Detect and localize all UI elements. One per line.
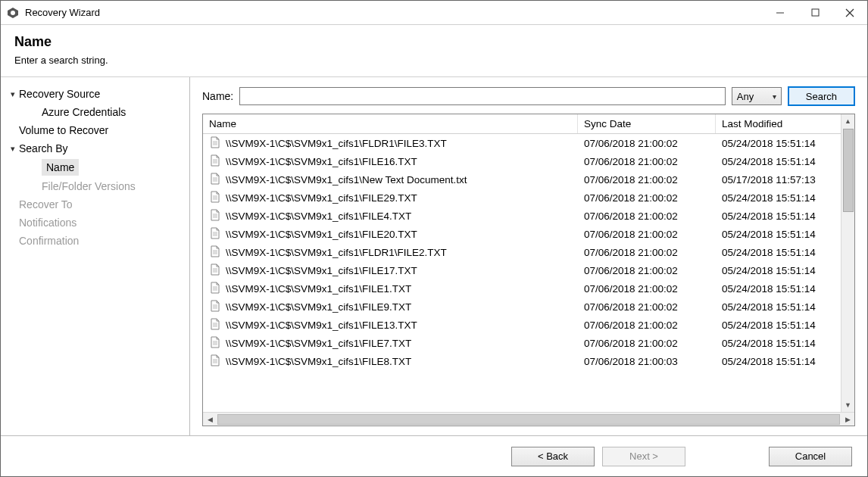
cell-name: \\SVM9X-1\C$\SVM9x1_cifs1\FILE17.TXT [203,262,578,279]
table-body: \\SVM9X-1\C$\SVM9x1_cifs1\FLDR1\FILE3.TX… [203,134,854,412]
recovery-wizard-window: Recovery Wizard Name Enter a search stri… [0,0,868,477]
next-button[interactable]: Next > [602,447,685,466]
cell-sync-date: 07/06/2018 21:00:02 [578,318,716,332]
scroll-up-icon[interactable]: ▲ [841,114,854,128]
table-row[interactable]: \\SVM9X-1\C$\SVM9x1_cifs1\FILE9.TXT07/06… [203,298,854,316]
sidebar-item-volume-to-recover[interactable]: Volume to Recover [4,121,183,139]
table-row[interactable]: \\SVM9X-1\C$\SVM9x1_cifs1\FLDR1\FILE2.TX… [203,243,854,261]
table-row[interactable]: \\SVM9X-1\C$\SVM9x1_cifs1\FILE20.TXT07/0… [203,225,854,243]
sidebar-item-recover-to: Recover To [4,195,183,214]
cell-last-modified: 05/24/2018 15:51:14 [716,245,854,260]
cell-name: \\SVM9X-1\C$\SVM9x1_cifs1\FLDR1\FILE3.TX… [203,135,578,152]
expand-caret-icon: ▾ [7,86,19,101]
minimize-button[interactable] [763,1,798,25]
sidebar-item-azure-credentials[interactable]: Azure Credentials [4,103,183,121]
horizontal-scrollbar[interactable]: ◀ ▶ [203,412,854,426]
sidebar-item-name[interactable]: Name [4,157,183,177]
sidebar-item-label: Notifications [19,215,76,230]
search-input[interactable] [239,87,726,105]
cell-last-modified: 05/24/2018 15:51:14 [716,209,854,223]
cell-sync-date: 07/06/2018 21:00:02 [578,336,716,351]
filter-dropdown[interactable]: Any ▾ [732,87,782,105]
maximize-button[interactable] [798,1,832,25]
titlebar: Recovery Wizard [1,1,867,25]
sidebar-item-label: Search By [19,141,68,156]
cell-name: \\SVM9X-1\C$\SVM9x1_cifs1\FILE7.TXT [203,335,578,352]
cell-name: \\SVM9X-1\C$\SVM9x1_cifs1\FLDR1\FILE2.TX… [203,244,578,261]
scroll-right-icon[interactable]: ▶ [841,413,854,426]
window-title: Recovery Wizard [25,7,100,18]
file-path: \\SVM9X-1\C$\SVM9x1_cifs1\FILE8.TXT [226,356,411,367]
file-icon [209,282,221,296]
page-title: Name [14,34,854,50]
table-row[interactable]: \\SVM9X-1\C$\SVM9x1_cifs1\FILE1.TXT07/06… [203,279,854,298]
results-table: Name Sync Date Last Modified \\SVM9X-1\C… [202,114,855,426]
scroll-left-icon[interactable]: ◀ [203,413,217,426]
file-path: \\SVM9X-1\C$\SVM9x1_cifs1\New Text Docum… [226,174,467,186]
back-button[interactable]: < Back [511,447,595,466]
cell-last-modified: 05/24/2018 15:51:14 [716,227,854,242]
table-row[interactable]: \\SVM9X-1\C$\SVM9x1_cifs1\FILE16.TXT07/0… [203,152,854,170]
table-row[interactable]: \\SVM9X-1\C$\SVM9x1_cifs1\FILE7.TXT07/06… [203,334,854,352]
sidebar-item-file-folder-versions: File/Folder Versions [4,177,183,195]
table-row[interactable]: \\SVM9X-1\C$\SVM9x1_cifs1\FILE17.TXT07/0… [203,261,854,279]
file-icon [209,354,221,369]
cell-name: \\SVM9X-1\C$\SVM9x1_cifs1\FILE29.TXT [203,189,578,207]
wizard-footer: < Back Next > Cancel [1,435,867,476]
file-path: \\SVM9X-1\C$\SVM9x1_cifs1\FILE20.TXT [226,229,417,240]
column-header-name[interactable]: Name [203,114,578,133]
sidebar-item-label: Volume to Recover [19,123,108,138]
file-path: \\SVM9X-1\C$\SVM9x1_cifs1\FILE13.TXT [226,320,417,331]
table-row[interactable]: \\SVM9X-1\C$\SVM9x1_cifs1\FILE29.TXT07/0… [203,189,854,207]
cancel-button[interactable]: Cancel [769,447,852,466]
cell-sync-date: 07/06/2018 21:00:02 [578,154,716,169]
cell-name: \\SVM9X-1\C$\SVM9x1_cifs1\FILE13.TXT [203,316,578,334]
search-row: Name: Any ▾ Search [202,86,855,106]
scroll-down-icon[interactable]: ▼ [841,398,854,412]
table-row[interactable]: \\SVM9X-1\C$\SVM9x1_cifs1\FILE8.TXT07/06… [203,352,854,370]
column-header-last-modified[interactable]: Last Modified [716,114,854,133]
svg-rect-3 [812,9,819,16]
file-icon [209,154,221,169]
file-icon [209,227,221,242]
app-icon [7,7,19,19]
cell-name: \\SVM9X-1\C$\SVM9x1_cifs1\New Text Docum… [203,171,578,189]
cell-sync-date: 07/06/2018 21:00:02 [578,173,716,187]
table-row[interactable]: \\SVM9X-1\C$\SVM9x1_cifs1\FILE4.TXT07/06… [203,207,854,225]
sidebar-item-label: Confirmation [19,233,79,248]
sidebar-item-label: Recovery Source [19,86,100,101]
table-row[interactable]: \\SVM9X-1\C$\SVM9x1_cifs1\FILE13.TXT07/0… [203,316,854,334]
cell-name: \\SVM9X-1\C$\SVM9x1_cifs1\FILE16.TXT [203,153,578,170]
page-subtitle: Enter a search string. [14,55,854,66]
sidebar-item-notifications: Notifications [4,214,183,232]
sidebar-item-label: File/Folder Versions [42,179,136,194]
cell-name: \\SVM9X-1\C$\SVM9x1_cifs1\FILE8.TXT [203,353,578,370]
file-icon [209,209,221,223]
file-icon [209,318,221,332]
close-button[interactable] [832,1,867,25]
file-path: \\SVM9X-1\C$\SVM9x1_cifs1\FLDR1\FILE3.TX… [226,138,447,149]
cell-last-modified: 05/17/2018 11:57:13 [716,173,854,187]
sidebar-item-search-by[interactable]: ▾Search By [4,139,183,157]
file-path: \\SVM9X-1\C$\SVM9x1_cifs1\FILE17.TXT [226,265,417,276]
cell-last-modified: 05/24/2018 15:51:14 [716,336,854,351]
file-path: \\SVM9X-1\C$\SVM9x1_cifs1\FILE4.TXT [226,210,411,222]
svg-point-1 [11,11,15,15]
file-icon [209,173,221,187]
file-icon [209,300,221,314]
cell-name: \\SVM9X-1\C$\SVM9x1_cifs1\FILE4.TXT [203,207,578,225]
wizard-header: Name Enter a search string. [1,25,867,77]
cell-last-modified: 05/24/2018 15:51:14 [716,300,854,314]
expand-caret-icon: ▾ [7,141,19,156]
sidebar-item-label: Azure Credentials [42,104,126,120]
cell-sync-date: 07/06/2018 21:00:02 [578,191,716,205]
column-header-sync-date[interactable]: Sync Date [578,114,716,133]
table-row[interactable]: \\SVM9X-1\C$\SVM9x1_cifs1\New Text Docum… [203,170,854,189]
sidebar-item-recovery-source[interactable]: ▾Recovery Source [4,85,183,103]
scrollbar-thumb[interactable] [843,129,854,212]
hscroll-track[interactable] [217,414,840,425]
table-row[interactable]: \\SVM9X-1\C$\SVM9x1_cifs1\FLDR1\FILE3.TX… [203,134,854,152]
vertical-scrollbar[interactable]: ▲ ▼ [841,114,854,412]
cell-last-modified: 05/24/2018 15:51:14 [716,354,854,369]
search-button[interactable]: Search [788,86,855,106]
